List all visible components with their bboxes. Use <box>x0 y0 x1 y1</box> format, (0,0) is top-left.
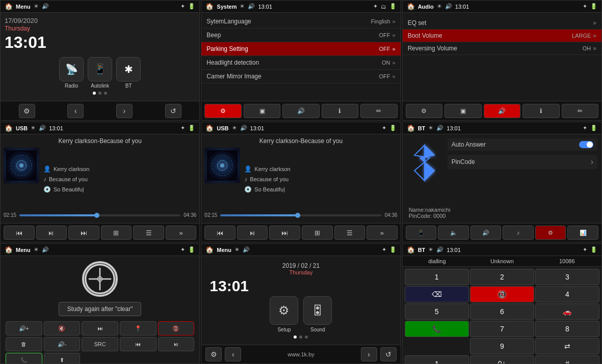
forward-btn[interactable]: › <box>361 347 377 361</box>
audio-row-reversing[interactable]: Reversing Volume OH » <box>403 42 601 55</box>
dot-1[interactable] <box>294 335 297 339</box>
key-3[interactable]: 3 <box>535 269 599 285</box>
home-nav-btn[interactable]: ↺ <box>165 104 181 118</box>
app-autolink[interactable]: 📱 Autolink <box>88 57 112 89</box>
auto-answer-toggle[interactable] <box>579 141 593 148</box>
more-btn[interactable]: » <box>166 226 197 240</box>
bt-vol-btn[interactable]: 🔈 <box>438 226 469 240</box>
home-icon[interactable]: 🏠 <box>407 3 415 10</box>
setup-icon-item[interactable]: ⚙ Setup <box>270 296 298 332</box>
key-0[interactable]: 0+ <box>470 355 534 364</box>
key-8[interactable]: 8 <box>535 321 599 337</box>
dot-2[interactable] <box>98 92 101 95</box>
list-btn[interactable]: ☰ <box>334 226 365 240</box>
settings-tab-btn[interactable]: ⚙ <box>406 104 442 118</box>
app-bt[interactable]: ✱ BT <box>116 57 141 89</box>
audio-row-boot[interactable]: Boot Volume LARGE » <box>403 30 601 42</box>
settings-btn[interactable]: ⚙ <box>205 347 222 361</box>
bt-settings-btn[interactable]: ⚙ <box>535 226 566 240</box>
home-icon[interactable]: 🏠 <box>5 246 13 254</box>
key-call-end[interactable]: 📵 <box>470 286 534 302</box>
sound-icon-item[interactable]: 🎛 Sound <box>303 296 332 332</box>
playpause-btn[interactable]: ⏯ <box>237 226 268 240</box>
home-icon[interactable]: 🏠 <box>205 246 214 254</box>
sys-row-beep[interactable]: Beep OFF » <box>201 29 400 42</box>
prev-track-btn[interactable]: ⏮ <box>120 337 156 351</box>
vol-down-btn[interactable]: 🔊- <box>44 337 81 351</box>
home-icon[interactable]: 🏠 <box>5 3 13 10</box>
home-icon[interactable]: 🏠 <box>205 124 214 132</box>
next-btn[interactable]: ⏭ <box>269 226 300 240</box>
bt-stats-btn[interactable]: 📊 <box>567 226 598 240</box>
back-btn[interactable]: ‹ <box>67 104 84 118</box>
home-icon[interactable]: 🏠 <box>407 246 415 254</box>
home-icon[interactable]: 🏠 <box>407 124 415 132</box>
display-tab-btn[interactable]: ▣ <box>244 104 280 118</box>
auto-answer-row[interactable]: Auto Answer <box>448 138 597 151</box>
bt-phone-btn[interactable]: 📱 <box>406 226 437 240</box>
edit-tab-btn[interactable]: ✏ <box>360 104 397 118</box>
home-icon[interactable]: 🏠 <box>205 3 214 10</box>
key-call-accept[interactable]: 📞 <box>405 321 469 337</box>
progress-bar[interactable] <box>220 214 381 216</box>
pincode-row[interactable]: PinCode › <box>448 155 597 169</box>
audio-row-eq[interactable]: EQ set » <box>403 17 601 30</box>
key-2[interactable]: 2 <box>470 269 534 285</box>
key-transfer[interactable]: ⇄ <box>535 338 599 354</box>
upload-btn[interactable]: ⬆ <box>44 353 81 364</box>
next-btn[interactable]: ⏭ <box>68 226 99 240</box>
forward-btn[interactable]: › <box>116 104 133 118</box>
display-tab-btn[interactable]: ▣ <box>444 104 481 118</box>
sys-row-language[interactable]: SytemLanguage Finglish » <box>201 15 400 29</box>
src-btn[interactable]: SRC <box>82 337 118 351</box>
sys-row-parking[interactable]: Parking Setting OFF » <box>201 42 400 56</box>
grid-btn[interactable]: ⊞ <box>101 226 132 240</box>
delete-btn[interactable]: 🗑 <box>6 337 42 351</box>
dot-3[interactable] <box>104 92 107 95</box>
key-1[interactable]: 1 <box>405 269 469 285</box>
edit-tab-btn[interactable]: ✏ <box>562 104 598 118</box>
dot-2[interactable] <box>299 335 302 339</box>
settings-btn[interactable]: ⚙ <box>19 104 35 118</box>
progress-bar[interactable] <box>19 214 180 216</box>
prev-btn[interactable]: ⏮ <box>204 226 235 240</box>
call-end-btn[interactable]: 📵 <box>158 321 195 335</box>
playpause-btn[interactable]: ⏯ <box>36 226 67 240</box>
vol-up-btn[interactable]: 🔊+ <box>6 321 42 335</box>
mute-btn[interactable]: 🔇 <box>44 321 81 335</box>
back-btn[interactable]: ‹ <box>225 347 241 361</box>
key-6[interactable]: 6 <box>470 303 534 320</box>
nav-btn[interactable]: 📍 <box>120 321 156 335</box>
info-tab-btn[interactable]: ℹ <box>322 104 358 118</box>
grid-btn[interactable]: ⊞ <box>302 226 333 240</box>
key-car[interactable]: 🚗 <box>535 303 599 320</box>
key-4[interactable]: 4 <box>535 286 599 302</box>
key-9[interactable]: 9 <box>470 338 534 354</box>
sys-row-camera[interactable]: Camer Mirror Image OFF » <box>201 70 400 83</box>
play-pause-btn[interactable]: ⏯ <box>158 337 195 351</box>
key-5[interactable]: 5 <box>405 303 469 320</box>
key-backspace[interactable]: ⌫ <box>405 286 469 302</box>
app-radio[interactable]: 📡 Radio <box>59 57 84 89</box>
return-btn[interactable]: ↺ <box>380 347 397 361</box>
audio-tab-btn[interactable]: 🔊 <box>282 104 319 118</box>
call-accept-btn[interactable]: 📞 <box>6 353 42 364</box>
sys-row-headlight[interactable]: Headlight detection ON » <box>201 56 400 70</box>
brightness-icon: ☀ <box>437 3 442 10</box>
bt-vol2-btn[interactable]: 🔊 <box>470 226 502 240</box>
settings-tab-btn[interactable]: ⚙ <box>204 104 241 118</box>
prev-btn[interactable]: ⏮ <box>4 226 35 240</box>
key-hash[interactable]: # <box>535 355 599 364</box>
list-btn[interactable]: ☰ <box>133 226 164 240</box>
more-btn[interactable]: » <box>367 226 398 240</box>
next-track-btn[interactable]: ⏭ <box>82 321 118 335</box>
audio-tab-btn[interactable]: 🔊 <box>484 104 520 118</box>
bt-music-btn[interactable]: ♪ <box>503 226 534 240</box>
dot-3[interactable] <box>305 335 308 339</box>
topbar-steering: 🏠 Menu ☀ 🔊 ✦ 🔋 <box>1 244 199 256</box>
key-7[interactable]: 7 <box>470 321 534 337</box>
key-star[interactable]: * <box>405 355 469 364</box>
dot-1[interactable] <box>93 92 96 95</box>
info-tab-btn[interactable]: ℹ <box>522 104 559 118</box>
home-icon[interactable]: 🏠 <box>5 124 13 132</box>
